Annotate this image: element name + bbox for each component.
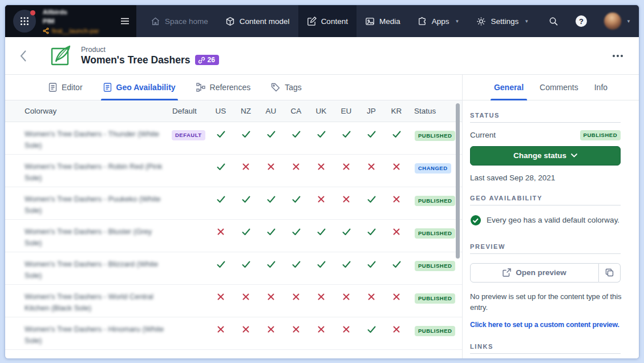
table-row[interactable]: Women's Tree Dashers - Puukeko (White So… <box>5 187 462 220</box>
cross-icon <box>368 293 375 300</box>
check-icon <box>242 261 250 268</box>
setup-preview-link[interactable]: Click here to set up a custom content pr… <box>470 321 621 329</box>
links-heading: LINKS <box>470 343 621 354</box>
table-row[interactable]: Women's Tree Dashers - Thunder (White So… <box>5 122 462 155</box>
geo-valid-message: Every geo has a valid default colorway. <box>470 215 621 226</box>
space-name: AllbirdsPIM <box>43 8 118 26</box>
cross-icon <box>343 293 350 300</box>
table-row[interactable]: Women's Tree Dashers - Bluster (Grey Sol… <box>5 220 462 252</box>
preview-heading: PREVIEW <box>470 243 621 254</box>
avatar <box>604 13 621 30</box>
check-icon <box>367 196 376 203</box>
col-kr: KR <box>384 107 409 115</box>
status-badge: PUBLISHED <box>415 293 455 304</box>
cross-icon <box>217 228 224 235</box>
cross-icon <box>217 326 224 333</box>
cross-icon <box>293 326 299 333</box>
col-default: Default <box>167 107 208 115</box>
cross-icon <box>393 228 400 235</box>
nav-content-model[interactable]: Content model <box>217 5 298 37</box>
nav-apps[interactable]: Apps ▼ <box>409 5 468 37</box>
check-icon <box>292 196 301 203</box>
table-row[interactable]: Women's Tree Dashers - Hinomaru (White S… <box>5 317 462 350</box>
nav-space-home[interactable]: Space home <box>142 5 217 37</box>
chevron-left-icon <box>20 50 26 62</box>
table-row[interactable]: Women's Tree Dashers - World Central Kit… <box>5 285 462 317</box>
help-button[interactable]: ? <box>576 15 587 27</box>
default-badge: DEFAULT <box>172 130 205 140</box>
account-menu[interactable]: ▼ <box>604 13 631 30</box>
caret-down-icon: ▼ <box>626 19 631 24</box>
content-model-icon <box>225 17 235 26</box>
check-icon <box>242 196 250 203</box>
tab-geo-availability[interactable]: Geo Availability <box>103 75 176 100</box>
colorway-name: Women's Tree Dashers - World Central Kit… <box>25 292 153 312</box>
grid-icon <box>20 17 29 26</box>
tab-tags[interactable]: Tags <box>271 75 302 100</box>
search-icon <box>549 17 558 26</box>
nav-media[interactable]: Media <box>357 5 409 37</box>
search-button[interactable] <box>549 17 558 26</box>
check-icon <box>217 163 225 171</box>
tab-references[interactable]: References <box>196 75 251 100</box>
tab-info[interactable]: Info <box>594 75 607 100</box>
cross-icon <box>268 163 274 170</box>
tag-icon <box>271 83 280 92</box>
cross-icon <box>242 163 249 170</box>
copy-preview-link-button[interactable] <box>599 263 621 283</box>
entry-type-icon <box>50 44 74 68</box>
check-icon <box>367 228 376 236</box>
cross-icon <box>318 293 325 300</box>
tab-comments[interactable]: Comments <box>540 75 578 100</box>
col-ca: CA <box>283 107 309 115</box>
table-row[interactable]: Women's Tree Dashers - Blizzard (White S… <box>5 252 462 285</box>
help-icon: ? <box>576 15 587 27</box>
cross-icon <box>242 293 249 300</box>
colorway-name: Women's Tree Dashers - Puukeko (White So… <box>25 195 161 215</box>
back-button[interactable] <box>5 37 40 74</box>
hamburger-menu[interactable] <box>120 18 129 25</box>
colorway-name: Women's Tree Dashers - Bluster (Grey Sol… <box>25 227 152 247</box>
link-count-badge[interactable]: 26 <box>195 55 219 65</box>
notification-dot <box>30 10 35 15</box>
status-heading: STATUS <box>470 112 621 123</box>
col-status: Status <box>409 107 462 115</box>
content-type-label: Product <box>81 46 219 54</box>
cross-icon <box>393 196 400 203</box>
scrollbar-thumb[interactable] <box>456 103 460 259</box>
media-icon <box>365 17 375 26</box>
entry-tabs: Editor Geo Availability References Tags <box>5 75 462 100</box>
cross-icon <box>318 326 325 333</box>
app-grid-button[interactable] <box>13 10 36 33</box>
check-icon <box>367 261 376 268</box>
more-actions-button[interactable] <box>613 55 623 57</box>
check-icon <box>317 228 326 236</box>
open-preview-button[interactable]: Open preview <box>470 263 599 283</box>
cross-icon <box>318 196 325 203</box>
tab-editor[interactable]: Editor <box>48 75 83 100</box>
cross-icon <box>268 293 274 300</box>
page-title: Women's Tree Dashers <box>81 54 191 66</box>
col-nz: NZ <box>233 107 258 115</box>
colorway-name: Women's Tree Dashers - Robin Red (Pink S… <box>25 162 162 182</box>
change-status-button[interactable]: Change status <box>470 146 621 166</box>
space-switcher[interactable]: AllbirdsPIM feat__launch-par <box>5 5 136 37</box>
copy-icon <box>605 268 614 277</box>
nav-content[interactable]: Content <box>298 5 357 37</box>
geo-availability-heading: GEO AVAILABILITY <box>470 195 621 205</box>
nav-settings[interactable]: Settings ▼ <box>468 5 537 37</box>
col-uk: UK <box>309 107 334 115</box>
tab-general[interactable]: General <box>494 75 524 100</box>
status-badge: PUBLISHED <box>415 326 455 336</box>
references-icon <box>196 83 205 92</box>
cross-icon <box>393 293 400 300</box>
check-icon <box>242 228 250 236</box>
table-row[interactable]: Women's Tree Dashers - Robin Red (Pink S… <box>5 155 462 187</box>
colorway-name: Women's Tree Dashers - Blizzard (White S… <box>25 260 158 280</box>
sidebar-panel: General Comments Info STATUS Current PUB… <box>463 75 639 358</box>
check-icon <box>217 196 225 203</box>
cross-icon <box>217 293 224 300</box>
check-icon <box>242 131 250 138</box>
check-circle-icon <box>470 215 481 226</box>
status-badge: PUBLISHED <box>415 131 455 141</box>
